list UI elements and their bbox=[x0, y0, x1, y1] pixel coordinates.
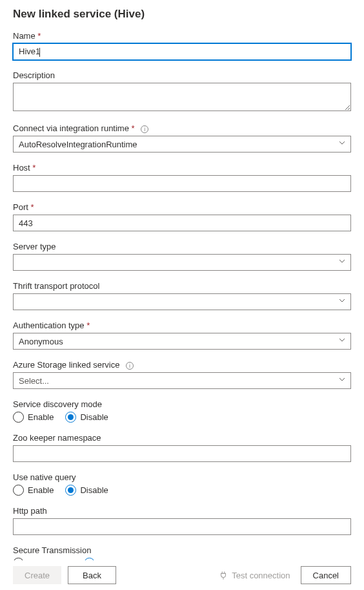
description-label: Description bbox=[13, 70, 351, 80]
zookeeper-label: Zoo keeper namespace bbox=[13, 433, 351, 443]
port-input[interactable] bbox=[13, 215, 351, 231]
name-label: Name * bbox=[13, 31, 351, 41]
field-runtime: Connect via integration runtime * i Auto… bbox=[13, 123, 351, 153]
chevron-down-icon bbox=[339, 338, 345, 344]
zookeeper-input[interactable] bbox=[13, 445, 351, 462]
required-asterisk: * bbox=[32, 163, 35, 173]
field-zookeeper: Zoo keeper namespace bbox=[13, 433, 351, 462]
discovery-radio-group: Enable Disable bbox=[13, 412, 351, 423]
field-auth-type: Authentication type * Anonymous bbox=[13, 321, 351, 350]
auth-type-label: Authentication type * bbox=[13, 321, 351, 330]
field-http-path: Http path bbox=[13, 506, 351, 535]
field-description: Description bbox=[13, 70, 351, 113]
required-asterisk: * bbox=[132, 123, 135, 133]
thrift-select[interactable] bbox=[13, 293, 351, 310]
native-query-radio-group: Enable Disable bbox=[13, 485, 351, 496]
radio-icon bbox=[13, 412, 24, 423]
field-native-query: Use native query Enable Disable bbox=[13, 472, 351, 496]
server-type-label: Server type bbox=[13, 242, 351, 251]
native-query-enable-radio[interactable]: Enable bbox=[13, 485, 54, 496]
chevron-down-icon bbox=[339, 377, 345, 384]
discovery-label: Service discovery mode bbox=[13, 399, 351, 409]
back-button[interactable]: Back bbox=[68, 566, 116, 584]
field-discovery: Service discovery mode Enable Disable bbox=[13, 399, 351, 423]
server-type-select[interactable] bbox=[13, 254, 351, 271]
cancel-button[interactable]: Cancel bbox=[301, 566, 351, 584]
storage-label: Azure Storage linked service i bbox=[13, 360, 351, 370]
name-input[interactable]: Hive1 bbox=[13, 43, 351, 60]
create-button: Create bbox=[13, 566, 61, 584]
required-asterisk: * bbox=[86, 321, 90, 330]
field-name: Name * Hive1 bbox=[13, 31, 351, 60]
field-storage: Azure Storage linked service i Select... bbox=[13, 360, 351, 389]
info-icon[interactable]: i bbox=[126, 362, 134, 370]
required-asterisk: * bbox=[30, 202, 34, 212]
runtime-label: Connect via integration runtime * i bbox=[13, 123, 351, 133]
test-connection-button: Test connection bbox=[219, 571, 290, 580]
host-input[interactable] bbox=[13, 175, 351, 192]
footer-bar: Create Back Test connection Cancel bbox=[0, 560, 364, 590]
port-label: Port * bbox=[13, 202, 351, 212]
chevron-down-icon bbox=[339, 141, 345, 147]
required-asterisk: * bbox=[37, 31, 41, 41]
field-host: Host * bbox=[13, 163, 351, 192]
http-path-label: Http path bbox=[13, 506, 351, 516]
auth-type-select[interactable]: Anonymous bbox=[13, 333, 351, 350]
host-label: Host * bbox=[13, 163, 351, 173]
field-port: Port * bbox=[13, 202, 351, 231]
radio-icon bbox=[65, 485, 76, 496]
text-caret bbox=[39, 48, 40, 57]
field-thrift: Thrift transport protocol bbox=[13, 281, 351, 310]
radio-icon bbox=[13, 485, 24, 496]
form-scroll-area[interactable]: New linked service (Hive) Name * Hive1 D… bbox=[0, 0, 364, 562]
http-path-input[interactable] bbox=[13, 518, 351, 535]
storage-select[interactable]: Select... bbox=[13, 372, 351, 389]
runtime-select[interactable]: AutoResolveIntegrationRuntime bbox=[13, 136, 351, 153]
radio-icon bbox=[65, 412, 76, 423]
chevron-down-icon bbox=[339, 299, 345, 305]
secure-label: Secure Transmission bbox=[13, 545, 351, 555]
native-query-disable-radio[interactable]: Disable bbox=[65, 485, 108, 496]
thrift-label: Thrift transport protocol bbox=[13, 281, 351, 291]
discovery-disable-radio[interactable]: Disable bbox=[65, 412, 108, 423]
page-title: New linked service (Hive) bbox=[13, 8, 351, 21]
native-query-label: Use native query bbox=[13, 472, 351, 482]
discovery-enable-radio[interactable]: Enable bbox=[13, 412, 54, 423]
description-textarea[interactable] bbox=[13, 83, 351, 111]
plug-icon bbox=[219, 571, 228, 580]
chevron-down-icon bbox=[339, 259, 345, 266]
info-icon[interactable]: i bbox=[141, 125, 148, 133]
field-server-type: Server type bbox=[13, 242, 351, 271]
